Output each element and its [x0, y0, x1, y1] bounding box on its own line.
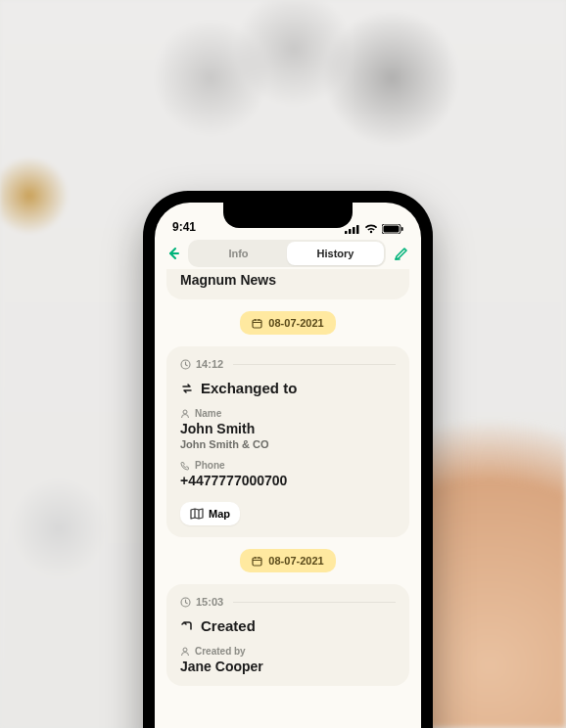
tab-switcher: Info History: [188, 240, 386, 267]
phone-value[interactable]: +4477777000700: [180, 473, 396, 488]
svg-rect-2: [353, 227, 355, 234]
event-time: 14:12: [180, 358, 223, 370]
clock-icon: [180, 359, 191, 370]
date-badge: 08-07-2021: [240, 549, 335, 572]
date-badge: 08-07-2021: [240, 311, 335, 335]
svg-rect-3: [356, 225, 359, 234]
status-indicators: [345, 224, 403, 234]
divider: [233, 364, 396, 365]
date-separator: 08-07-2021: [166, 311, 409, 335]
event-title: Created: [180, 617, 396, 634]
phone-icon: [180, 461, 190, 471]
history-card-created: 15:03 Created Created by Jane Cooper: [166, 584, 409, 686]
date-badge-text: 08-07-2021: [268, 317, 323, 329]
battery-icon: [382, 224, 403, 234]
history-card-partial: Store Bond Street - Magnum News Map: [166, 269, 409, 299]
created-by-label: Created by: [180, 646, 396, 657]
divider: [233, 602, 396, 603]
svg-point-10: [183, 410, 187, 414]
date-badge-text: 08-07-2021: [268, 555, 323, 567]
notch: [223, 203, 353, 228]
exchange-icon: [180, 382, 194, 395]
map-button-label: Map: [209, 508, 230, 520]
status-time: 9:41: [172, 220, 196, 234]
edit-button[interactable]: [392, 244, 411, 263]
name-label: Name: [180, 408, 396, 419]
name-value: John Smith: [180, 421, 396, 436]
svg-rect-0: [345, 231, 348, 234]
tab-info[interactable]: Info: [190, 242, 287, 265]
event-title: Exchanged to: [180, 380, 396, 396]
history-scroll[interactable]: Store Bond Street - Magnum News Map 08-0…: [155, 269, 421, 728]
event-time-text: 14:12: [196, 358, 223, 370]
svg-rect-1: [349, 229, 352, 234]
phone-screen: 9:41 Info History: [155, 203, 421, 728]
event-time: 15:03: [180, 596, 223, 608]
svg-rect-5: [384, 226, 400, 233]
svg-rect-8: [253, 320, 261, 328]
map-button[interactable]: Map: [180, 502, 240, 525]
company-value: John Smith & CO: [180, 438, 396, 450]
created-by-value: Jane Cooper: [180, 659, 396, 674]
back-button[interactable]: [165, 245, 182, 262]
svg-point-13: [183, 648, 187, 652]
event-title-text: Created: [201, 617, 256, 634]
map-icon: [190, 508, 204, 520]
event-title-text: Exchanged to: [201, 380, 297, 396]
signal-icon: [345, 224, 360, 234]
calendar-icon: [252, 318, 262, 329]
clock-icon: [180, 597, 191, 608]
pencil-icon: [394, 246, 409, 261]
calendar-icon: [252, 556, 262, 567]
phone-label: Phone: [180, 460, 396, 471]
svg-rect-6: [401, 227, 403, 231]
create-icon: [180, 619, 194, 633]
date-separator: 08-07-2021: [166, 549, 409, 572]
event-time-text: 15:03: [196, 596, 223, 608]
phone-label-text: Phone: [195, 460, 225, 471]
svg-rect-11: [253, 558, 261, 566]
created-by-label-text: Created by: [195, 646, 246, 657]
history-card-exchanged: 14:12 Exchanged to Name John Smith John …: [166, 346, 409, 537]
tab-history[interactable]: History: [287, 242, 384, 265]
phone-frame: 9:41 Info History: [143, 191, 433, 728]
person-icon: [180, 647, 190, 657]
name-label-text: Name: [195, 408, 221, 419]
arrow-left-icon: [165, 246, 181, 261]
person-icon: [180, 409, 190, 419]
wifi-icon: [364, 224, 378, 234]
store-value: Bond Street - Magnum News: [180, 269, 317, 288]
